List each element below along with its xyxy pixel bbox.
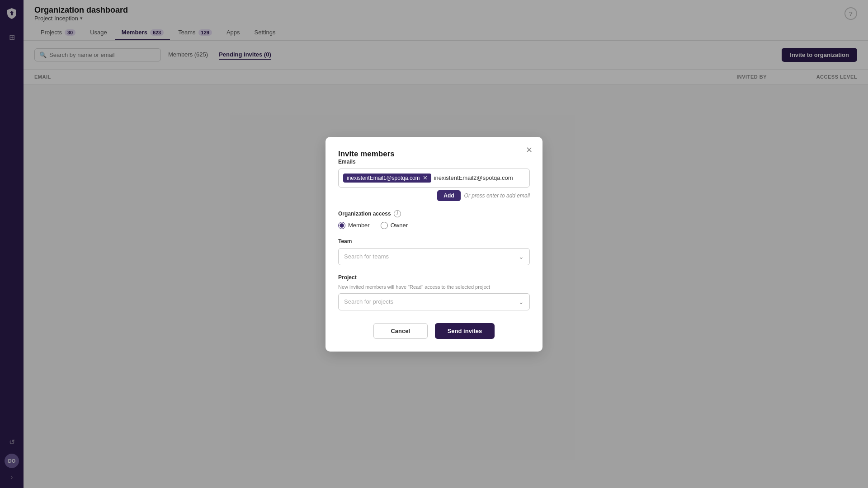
chip-remove-icon[interactable]: ✕ bbox=[423, 175, 428, 181]
close-button[interactable]: ✕ bbox=[523, 144, 535, 156]
email-type-input[interactable] bbox=[434, 174, 525, 181]
add-email-button[interactable]: Add bbox=[437, 190, 460, 201]
team-placeholder: Search for teams bbox=[344, 253, 389, 260]
role-member-radio[interactable] bbox=[338, 222, 345, 229]
role-owner-label[interactable]: Owner bbox=[381, 222, 408, 229]
team-chevron-icon: ⌄ bbox=[519, 253, 524, 260]
modal-title: Invite members bbox=[338, 150, 395, 158]
project-hint: New invited members will have "Read" acc… bbox=[338, 284, 530, 290]
project-chevron-icon: ⌄ bbox=[519, 298, 524, 305]
team-dropdown[interactable]: Search for teams ⌄ bbox=[338, 248, 530, 265]
role-member-label[interactable]: Member bbox=[338, 222, 370, 229]
add-hint-text: Or press enter to add email bbox=[464, 192, 530, 199]
email-chip: inexistentEmail1@spotqa.com ✕ bbox=[343, 174, 431, 183]
modal-footer: Cancel Send invites bbox=[338, 323, 530, 339]
send-invites-button[interactable]: Send invites bbox=[435, 323, 495, 339]
project-dropdown[interactable]: Search for projects ⌄ bbox=[338, 293, 530, 310]
email-input-area[interactable]: inexistentEmail1@spotqa.com ✕ bbox=[338, 169, 530, 188]
cancel-button[interactable]: Cancel bbox=[373, 323, 428, 339]
team-label: Team bbox=[338, 238, 530, 244]
emails-label: Emails bbox=[338, 159, 530, 165]
role-member-text: Member bbox=[348, 222, 370, 229]
org-access-info-icon[interactable]: i bbox=[394, 210, 401, 217]
role-radio-group: Member Owner bbox=[338, 222, 530, 229]
role-owner-text: Owner bbox=[391, 222, 408, 229]
project-section: Project New invited members will have "R… bbox=[338, 274, 530, 310]
project-label: Project bbox=[338, 274, 530, 281]
role-owner-radio[interactable] bbox=[381, 222, 388, 229]
add-email-row: Add Or press enter to add email bbox=[338, 190, 530, 201]
project-placeholder: Search for projects bbox=[344, 298, 393, 305]
org-access-section: Organization access i Member Owner bbox=[338, 210, 530, 229]
invite-members-modal: Invite members ✕ Emails inexistentEmail1… bbox=[326, 137, 542, 352]
org-access-label: Organization access bbox=[338, 211, 391, 217]
team-section: Team Search for teams ⌄ bbox=[338, 238, 530, 265]
chip-email-text: inexistentEmail1@spotqa.com bbox=[347, 175, 420, 181]
modal-overlay: Invite members ✕ Emails inexistentEmail1… bbox=[0, 0, 868, 488]
